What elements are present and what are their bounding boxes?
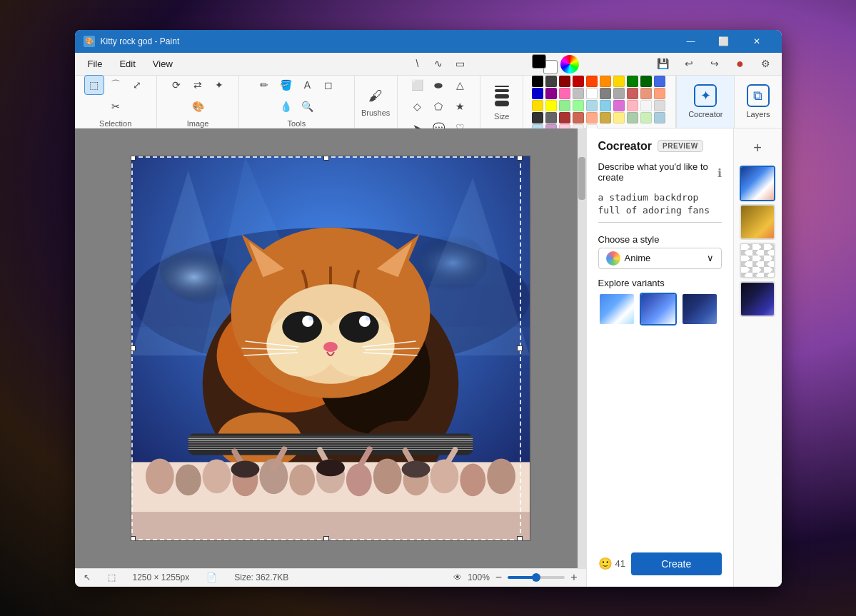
color-picker-img-tool[interactable]: 🎨 bbox=[188, 96, 208, 116]
menu-view[interactable]: View bbox=[146, 56, 180, 72]
fill-tool[interactable]: 🪣 bbox=[276, 75, 296, 95]
variant-1[interactable] bbox=[598, 293, 635, 325]
create-button[interactable]: Create bbox=[631, 552, 722, 575]
curve-tool[interactable]: ∿ bbox=[428, 54, 448, 74]
flip-tool[interactable]: ⇄ bbox=[188, 75, 208, 95]
swatch-gainsboro[interactable] bbox=[654, 100, 665, 111]
swatch-light-blue[interactable] bbox=[586, 100, 598, 111]
size-picker[interactable] bbox=[492, 83, 512, 109]
brush-tool[interactable]: 🖌 bbox=[366, 86, 386, 106]
swatch-pale-green[interactable] bbox=[573, 100, 584, 111]
color-picker-tool[interactable]: 💧 bbox=[276, 96, 296, 116]
menu-file[interactable]: File bbox=[81, 56, 110, 72]
describe-info-icon[interactable]: ℹ bbox=[717, 166, 722, 180]
swatch-yellow[interactable] bbox=[532, 100, 543, 111]
rect-tool[interactable]: ▭ bbox=[450, 54, 470, 74]
swatch-dark-gray[interactable] bbox=[545, 76, 557, 87]
swatch-terracotta[interactable] bbox=[573, 112, 584, 123]
swatch-black[interactable] bbox=[532, 76, 543, 87]
swatch-orange[interactable] bbox=[600, 76, 611, 87]
swatch-dark-gold[interactable] bbox=[600, 112, 611, 123]
swatch-mid-gray[interactable] bbox=[545, 112, 557, 123]
crop-tool[interactable]: ✂ bbox=[106, 96, 126, 116]
triangle-tool[interactable]: △ bbox=[450, 75, 470, 95]
auto-fix-tool[interactable]: ✦ bbox=[209, 75, 229, 95]
swatch-purple[interactable] bbox=[545, 88, 557, 99]
swatch-green[interactable] bbox=[627, 76, 638, 87]
swatch-light-yellow[interactable] bbox=[613, 112, 625, 123]
select-free-tool[interactable]: ⌒ bbox=[106, 75, 126, 95]
swatch-light-gray[interactable] bbox=[613, 88, 625, 99]
cocreator-toolbar-btn[interactable]: ✦ Cocreator bbox=[676, 76, 734, 128]
line-tool[interactable]: \ bbox=[407, 54, 427, 74]
swatch-gray[interactable] bbox=[600, 88, 611, 99]
swatch-red[interactable] bbox=[573, 76, 584, 87]
select-rect-tool[interactable]: ⬚ bbox=[84, 75, 104, 95]
swatch-peach[interactable] bbox=[586, 112, 598, 123]
swatch-white[interactable] bbox=[586, 88, 598, 99]
primary-color[interactable] bbox=[532, 54, 546, 69]
swatch-mint[interactable] bbox=[640, 112, 652, 123]
zoom-out-btn[interactable]: − bbox=[495, 571, 502, 584]
style-select-dropdown[interactable]: Anime ∨ bbox=[598, 248, 722, 269]
zoom-in-btn[interactable]: + bbox=[570, 571, 577, 584]
swatch-brick[interactable] bbox=[559, 112, 570, 123]
layer-4-thumb[interactable] bbox=[740, 281, 775, 317]
pentagon-tool[interactable]: ⬠ bbox=[428, 96, 448, 116]
canvas-image[interactable] bbox=[131, 156, 530, 541]
swatch-light-green[interactable] bbox=[559, 100, 570, 111]
toolbar-size-section: Size bbox=[480, 76, 523, 128]
layer-2-thumb[interactable] bbox=[740, 204, 775, 240]
swatch-orchid[interactable] bbox=[613, 100, 625, 111]
eraser-tool[interactable]: ◻ bbox=[318, 75, 338, 95]
ellipse-tool[interactable]: ⬬ bbox=[428, 75, 448, 95]
layers-add-button[interactable]: + bbox=[743, 134, 772, 163]
swatch-dark-green[interactable] bbox=[640, 76, 652, 87]
swatch-salmon[interactable] bbox=[640, 88, 652, 99]
undo-icon-btn[interactable]: ↩ bbox=[679, 54, 699, 74]
swatch-indian-red[interactable] bbox=[627, 88, 638, 99]
swatch-royal-blue[interactable] bbox=[654, 76, 665, 87]
close-button[interactable]: ✕ bbox=[740, 30, 773, 53]
settings-icon-btn[interactable]: ⚙ bbox=[756, 54, 776, 74]
swatch-pink[interactable] bbox=[559, 88, 570, 99]
swatch-dark-red[interactable] bbox=[559, 76, 570, 87]
swatch-light-pink[interactable] bbox=[627, 100, 638, 111]
swatch-sky-blue[interactable] bbox=[600, 100, 611, 111]
variant-2[interactable] bbox=[640, 293, 677, 325]
redo-icon-btn[interactable]: ↪ bbox=[705, 54, 725, 74]
swatch-light-salmon[interactable] bbox=[654, 88, 665, 99]
minimize-button[interactable]: — bbox=[675, 30, 708, 53]
swatch-steel-blue[interactable] bbox=[654, 112, 665, 123]
magnify-tool[interactable]: 🔍 bbox=[297, 96, 317, 116]
diamond-tool[interactable]: ◇ bbox=[407, 96, 427, 116]
rounded-rect-tool[interactable]: ⬜ bbox=[407, 75, 427, 95]
canvas-container[interactable] bbox=[75, 128, 586, 568]
layer-1-thumb[interactable] bbox=[740, 166, 775, 201]
maximize-button[interactable]: ⬜ bbox=[708, 30, 740, 53]
menu-edit[interactable]: Edit bbox=[112, 56, 142, 72]
zoom-slider[interactable] bbox=[508, 576, 565, 579]
swatch-bright-yellow[interactable] bbox=[545, 100, 557, 111]
canvas-scroll-thumb[interactable] bbox=[578, 157, 585, 200]
pencil-tool[interactable]: ✏ bbox=[254, 75, 274, 95]
swatch-very-dark[interactable] bbox=[532, 112, 543, 123]
canvas-scrollbar[interactable] bbox=[578, 128, 586, 568]
swatch-gold[interactable] bbox=[613, 76, 625, 87]
layers-toolbar-btn[interactable]: ⧉ Layers bbox=[734, 76, 781, 128]
resize-tool[interactable]: ⤢ bbox=[127, 75, 147, 95]
star-tool[interactable]: ★ bbox=[450, 96, 470, 116]
svg-point-63 bbox=[231, 460, 259, 478]
rotate-tool[interactable]: ⟳ bbox=[166, 75, 186, 95]
variant-3[interactable] bbox=[681, 293, 718, 325]
swatch-med-blue[interactable] bbox=[532, 88, 543, 99]
describe-textarea[interactable]: a stadium backdrop full of adoring fans bbox=[598, 188, 722, 223]
text-tool[interactable]: A bbox=[297, 75, 317, 95]
layer-3-thumb[interactable] bbox=[740, 243, 775, 278]
swatch-white-smoke[interactable] bbox=[640, 100, 652, 111]
profile-icon-btn[interactable]: ● bbox=[730, 54, 750, 74]
color-wheel-btn[interactable] bbox=[560, 55, 579, 74]
swatch-silver[interactable] bbox=[573, 88, 584, 99]
swatch-orange-red[interactable] bbox=[586, 76, 598, 87]
swatch-sage[interactable] bbox=[627, 112, 638, 123]
